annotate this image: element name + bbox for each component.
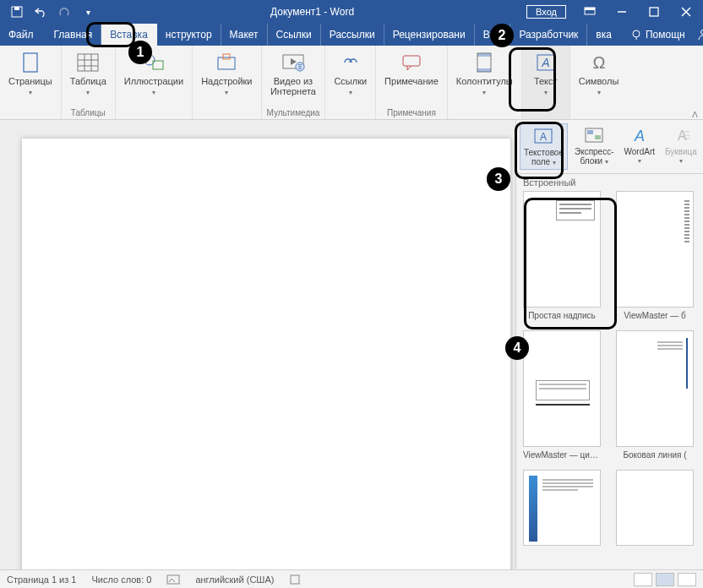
group-headerfooter: Колонтитулы▾ bbox=[448, 46, 522, 119]
chevron-down-icon: ▾ bbox=[638, 156, 641, 166]
tab-mailings[interactable]: Рассылки bbox=[321, 24, 384, 46]
gallery-item-5[interactable] bbox=[523, 470, 601, 549]
gallery-item-simple[interactable]: Простая надпись bbox=[523, 191, 601, 320]
comment-icon bbox=[400, 51, 423, 74]
document-page[interactable] bbox=[22, 139, 510, 588]
tab-layout[interactable]: Макет bbox=[221, 24, 268, 46]
pages-button[interactable]: Страницы▾ bbox=[5, 49, 56, 100]
link-icon bbox=[339, 51, 362, 74]
undo-icon[interactable] bbox=[30, 2, 51, 22]
chevron-down-icon: ▾ bbox=[482, 89, 486, 96]
status-proofing-icon[interactable] bbox=[166, 574, 180, 585]
tab-insert[interactable]: Вставка bbox=[101, 24, 157, 46]
gallery-item-6[interactable] bbox=[616, 470, 694, 549]
chevron-down-icon: ▾ bbox=[86, 89, 90, 96]
illustrations-button[interactable]: Иллюстрации▾ bbox=[121, 49, 187, 100]
svg-point-8 bbox=[633, 30, 640, 37]
tab-developer[interactable]: Разработчик bbox=[510, 24, 587, 46]
builtin-section-label: Встроенный bbox=[516, 174, 703, 191]
tell-me[interactable]: Помощн bbox=[630, 29, 685, 41]
headerfooter-button[interactable]: Колонтитулы▾ bbox=[453, 49, 516, 100]
status-page[interactable]: Страница 1 из 1 bbox=[7, 574, 76, 585]
svg-text:A: A bbox=[634, 128, 645, 144]
chevron-down-icon: ▾ bbox=[349, 89, 352, 96]
svg-rect-3 bbox=[585, 8, 595, 10]
svg-rect-11 bbox=[24, 53, 37, 72]
svg-rect-26 bbox=[477, 53, 491, 57]
svg-rect-12 bbox=[78, 54, 98, 71]
tab-home[interactable]: Главная bbox=[46, 24, 102, 46]
collapse-ribbon-icon[interactable]: ᐱ bbox=[692, 110, 698, 119]
addins-button[interactable]: Надстройки▾ bbox=[198, 49, 255, 100]
textbox-icon: A bbox=[531, 126, 555, 146]
chevron-down-icon: ▾ bbox=[544, 89, 548, 96]
redo-icon[interactable] bbox=[54, 2, 74, 22]
textbox-gallery: Простая надпись ViewMaster — б ViewMaste… bbox=[516, 191, 703, 569]
tab-design[interactable]: нструктор bbox=[157, 24, 221, 46]
person-icon bbox=[697, 29, 703, 41]
svg-text:A: A bbox=[540, 131, 547, 143]
links-button[interactable]: Ссылки▾ bbox=[330, 49, 370, 100]
table-icon bbox=[76, 51, 100, 74]
group-pages: Страницы▾ bbox=[0, 46, 62, 119]
ribbon: Страницы▾ Таблица▾ Таблицы Иллюстрации▾ bbox=[0, 46, 703, 120]
chevron-down-icon: ▾ bbox=[553, 159, 556, 166]
wordart-button[interactable]: A WordArt ▾ bbox=[621, 123, 659, 167]
tab-references[interactable]: Ссылки bbox=[268, 24, 321, 46]
quick-access-toolbar: ▾ bbox=[0, 2, 98, 22]
minimize-icon[interactable] bbox=[607, 0, 637, 24]
tab-file[interactable]: Файл bbox=[0, 24, 46, 46]
headerfooter-icon bbox=[472, 51, 496, 74]
gallery-item-viewmaster-b[interactable]: ViewMaster — б bbox=[616, 191, 694, 320]
svg-rect-20 bbox=[223, 54, 230, 59]
tab-view[interactable]: Вид bbox=[475, 24, 511, 46]
view-print-icon[interactable] bbox=[656, 573, 674, 586]
chevron-down-icon: ▾ bbox=[679, 156, 683, 166]
quickparts-icon bbox=[582, 125, 606, 145]
tab-review[interactable]: Рецензировани bbox=[384, 24, 475, 46]
status-macro-icon[interactable] bbox=[289, 574, 301, 585]
textbox-gallery-button[interactable]: A Текстовое поле ▾ bbox=[520, 123, 568, 170]
group-symbols: Ω Символы▾ bbox=[570, 46, 628, 119]
comment-button[interactable]: Примечание bbox=[381, 49, 442, 88]
window-title: Документ1 - Word bbox=[98, 6, 526, 18]
status-right bbox=[634, 573, 696, 586]
dropcap-icon: A bbox=[669, 125, 693, 145]
group-media: Видео изИнтернета Мультимедиа bbox=[262, 46, 326, 119]
status-language[interactable]: английский (США) bbox=[195, 574, 274, 585]
online-video-button[interactable]: Видео изИнтернета bbox=[267, 49, 319, 98]
svg-rect-41 bbox=[167, 575, 179, 584]
dropcap-button[interactable]: A Буквица ▾ bbox=[662, 123, 700, 167]
group-comments: Примечание Примечания bbox=[376, 46, 448, 119]
ribbon-display-icon[interactable] bbox=[575, 0, 605, 24]
wordart-icon: A bbox=[628, 125, 651, 145]
save-icon[interactable] bbox=[7, 2, 27, 22]
svg-text:A: A bbox=[541, 56, 549, 69]
signin-button[interactable]: Вход bbox=[526, 5, 566, 19]
chevron-down-icon: ▾ bbox=[225, 89, 228, 96]
quickparts-button[interactable]: Экспресс- блоки ▾ bbox=[571, 123, 618, 168]
text-button[interactable]: A Текст▾ bbox=[527, 49, 564, 100]
tab-help-partial[interactable]: вка bbox=[587, 24, 620, 46]
qat-customize-icon[interactable]: ▾ bbox=[78, 2, 98, 22]
status-wordcount[interactable]: Число слов: 0 bbox=[91, 574, 151, 585]
omega-icon: Ω bbox=[587, 51, 611, 74]
lightbulb-icon bbox=[630, 29, 642, 41]
gallery-item-viewmaster-quote[interactable]: ViewMaster — цитата… bbox=[523, 330, 601, 460]
svg-rect-34 bbox=[587, 130, 593, 134]
view-web-icon[interactable] bbox=[678, 573, 696, 586]
svg-marker-22 bbox=[291, 58, 297, 65]
view-read-icon[interactable] bbox=[634, 573, 652, 586]
title-bar: ▾ Документ1 - Word Вход bbox=[0, 0, 703, 24]
addins-icon bbox=[215, 51, 238, 74]
maximize-icon[interactable] bbox=[639, 0, 669, 24]
tell-me-label: Помощн bbox=[646, 29, 685, 41]
text-gallery-panel: A Текстовое поле ▾ Экспресс- блоки ▾ A W… bbox=[515, 120, 703, 569]
symbols-button[interactable]: Ω Символы▾ bbox=[575, 49, 623, 100]
svg-rect-42 bbox=[291, 575, 299, 584]
gallery-item-sideline[interactable]: Боковая линия ( bbox=[616, 330, 694, 460]
table-button[interactable]: Таблица▾ bbox=[67, 49, 110, 100]
share-button[interactable]: Поделиться bbox=[697, 29, 703, 41]
chevron-down-icon: ▾ bbox=[597, 89, 601, 96]
close-icon[interactable] bbox=[671, 0, 701, 24]
